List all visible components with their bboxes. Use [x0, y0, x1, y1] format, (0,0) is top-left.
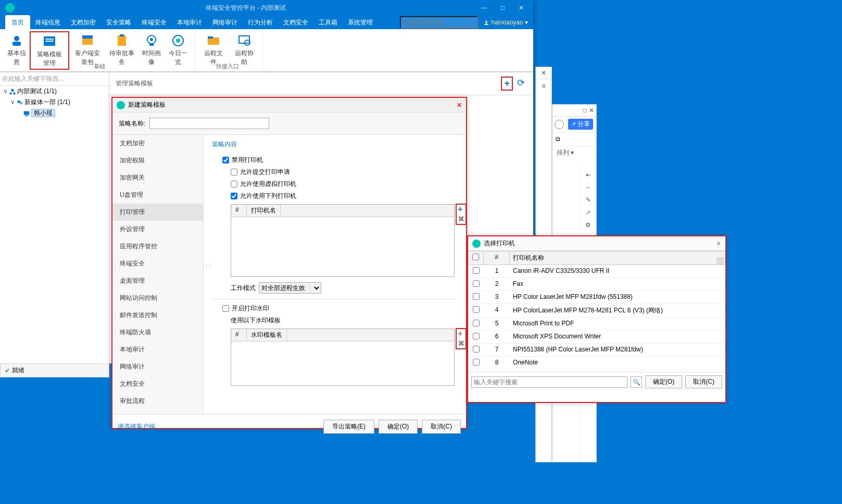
menu-bar: 首页 终端信息 文档加密 安全策略 终端安全 本地审计 网络审计 行为分析 文档…: [0, 16, 533, 29]
close-button[interactable]: ✕: [512, 1, 531, 15]
printer-row[interactable]: 8OneNote: [468, 357, 725, 370]
export-policy-button[interactable]: 导出策略(E): [323, 420, 374, 434]
add-printer-button[interactable]: +: [457, 205, 466, 214]
work-mode-select[interactable]: 对全部进程生效: [259, 282, 321, 294]
select-all-checkbox[interactable]: [472, 254, 479, 260]
minimize-button[interactable]: —: [474, 1, 493, 15]
printer-row[interactable]: 5Microsoft Print to PDF: [468, 318, 725, 331]
row-checkbox[interactable]: [473, 293, 480, 300]
tree-node-user[interactable]: 韩小瑶: [0, 108, 109, 119]
cat-peripheral[interactable]: 外设管理: [112, 221, 203, 238]
row-checkbox[interactable]: [473, 280, 480, 287]
sort-dropdown[interactable]: 排列 ▾: [552, 146, 596, 159]
cat-network-audit[interactable]: 网络审计: [112, 358, 203, 375]
close-icon[interactable]: ✕: [589, 107, 594, 114]
pencil-icon[interactable]: ✎: [586, 196, 591, 204]
menu-network-audit[interactable]: 网络审计: [207, 16, 243, 29]
tree-node-dept[interactable]: ∨新媒体一部 (1/1): [0, 97, 109, 108]
user-menu[interactable]: hanxiaoyao ▾: [483, 19, 528, 26]
minus-icon[interactable]: −: [586, 184, 590, 191]
cat-approval[interactable]: 审批流程: [112, 393, 203, 410]
menu-security-policy[interactable]: 安全策略: [101, 16, 136, 29]
ribbon-time-profile[interactable]: 时间画像: [138, 31, 165, 70]
cat-email[interactable]: 邮件发送控制: [112, 307, 203, 324]
printer-search-input[interactable]: [471, 376, 627, 388]
cursor-icon[interactable]: ⬀: [586, 209, 591, 216]
menu-system[interactable]: 系统管理: [343, 16, 378, 29]
policy-name-input[interactable]: [149, 118, 269, 129]
tree-node-root[interactable]: ∨内部测试 (1/1): [0, 86, 109, 97]
cb-allow-virtual[interactable]: [231, 181, 237, 187]
ribbon-policy-template[interactable]: 策略模板管理: [30, 31, 69, 70]
svg-point-21: [13, 92, 15, 94]
ribbon-pending-approval[interactable]: 待审批事务: [106, 31, 138, 70]
dialog-close-button[interactable]: ✕: [457, 102, 462, 109]
ribbon-basic-info[interactable]: 基本信息: [3, 31, 30, 70]
printer-row[interactable]: 6Microsoft XPS Document Writer: [468, 331, 725, 344]
hamburger-icon[interactable]: ≡: [536, 79, 551, 93]
cat-doc-security[interactable]: 文档安全: [112, 375, 203, 393]
cb-enable-watermark[interactable]: [222, 305, 229, 312]
cb-disable-printer[interactable]: [222, 157, 229, 163]
search-icon[interactable]: 🔍: [631, 376, 642, 388]
menu-behavior[interactable]: 行为分析: [243, 16, 278, 29]
menu-local-audit[interactable]: 本地审计: [172, 16, 207, 29]
menu-terminal-info[interactable]: 终端信息: [30, 16, 66, 29]
maximize-button[interactable]: □: [493, 1, 512, 15]
printer-row[interactable]: 7NPI551388 (HP Color LaserJet MFP M281fd…: [468, 344, 725, 357]
close-icon[interactable]: ✕: [536, 67, 551, 79]
cat-desktop[interactable]: 桌面管理: [112, 272, 203, 289]
printer-row[interactable]: 2Fax: [468, 278, 725, 291]
share-button[interactable]: ↗ 分享: [568, 119, 593, 130]
tree-search-input[interactable]: 在此输入关键字筛选...: [0, 72, 109, 86]
settings-icon[interactable]: ⚙: [585, 221, 591, 229]
add-watermark-button[interactable]: +: [457, 329, 466, 338]
collapse-icon[interactable]: ⇤: [586, 171, 591, 179]
arrange-icon[interactable]: ⧉: [552, 132, 563, 146]
cat-usb[interactable]: U盘管理: [112, 186, 203, 204]
row-checkbox[interactable]: [473, 359, 480, 366]
cat-doc-encrypt[interactable]: 文档加密: [112, 135, 203, 152]
menu-home[interactable]: 首页: [5, 15, 30, 30]
printer-dialog-close[interactable]: ✕: [716, 240, 721, 247]
row-checkbox[interactable]: [473, 267, 480, 274]
svg-rect-9: [120, 34, 124, 36]
printer-row[interactable]: 3HP Color LaserJet MFP M281fdw (551388): [468, 291, 725, 304]
ribbon-today-overview[interactable]: 今日一览: [165, 31, 192, 70]
printer-ok-button[interactable]: 确定(O): [645, 375, 682, 388]
cat-firewall[interactable]: 终端防火墙: [112, 324, 203, 341]
cat-encrypt-gateway[interactable]: 加密网关: [112, 169, 203, 186]
add-policy-button[interactable]: +: [501, 77, 513, 91]
cb-allow-submit[interactable]: [231, 169, 237, 175]
remove-printer-button[interactable]: ✖: [457, 214, 466, 224]
quick-search-input[interactable]: [400, 16, 478, 29]
scrollbar-thumb[interactable]: [717, 257, 724, 264]
maximize-icon[interactable]: □: [583, 107, 587, 114]
printer-cancel-button[interactable]: 取消(C): [685, 375, 722, 388]
cat-accessory[interactable]: 附属功能: [112, 410, 203, 414]
cat-terminal-sec[interactable]: 终端安全: [112, 255, 203, 272]
cat-web-access[interactable]: 网站访问控制: [112, 289, 203, 307]
cb-allow-following[interactable]: [231, 193, 237, 199]
menu-toolbox[interactable]: 工具箱: [313, 16, 343, 29]
row-checkbox[interactable]: [473, 306, 480, 313]
th-printer-name: 打印机名: [247, 205, 281, 217]
cat-print[interactable]: 打印管理: [112, 204, 203, 221]
cat-local-audit[interactable]: 本地审计: [112, 341, 203, 358]
cloud-icon[interactable]: [555, 120, 564, 129]
row-checkbox[interactable]: [473, 333, 480, 339]
ok-button[interactable]: 确定(O): [379, 420, 418, 434]
remove-watermark-button[interactable]: ✖: [457, 338, 466, 348]
cat-app-control[interactable]: 应用程序管控: [112, 238, 203, 255]
menu-doc-security[interactable]: 文档安全: [278, 16, 313, 29]
printer-row[interactable]: 1Canon iR-ADV C3325/3330 UFR II: [468, 265, 725, 278]
row-checkbox[interactable]: [473, 320, 480, 326]
cat-encrypt-perm[interactable]: 加密权限: [112, 152, 203, 169]
menu-terminal-security[interactable]: 终端安全: [136, 16, 172, 29]
refresh-button[interactable]: ⟳: [515, 77, 527, 91]
footer-hint[interactable]: 请选择客户端: [118, 422, 155, 431]
cancel-button[interactable]: 取消(C): [422, 420, 461, 434]
menu-doc-encrypt[interactable]: 文档加密: [66, 16, 101, 29]
printer-row[interactable]: 4HP ColorLaserJet MFP M278-M281 PCL 6 (V…: [468, 304, 725, 318]
row-checkbox[interactable]: [473, 346, 480, 352]
